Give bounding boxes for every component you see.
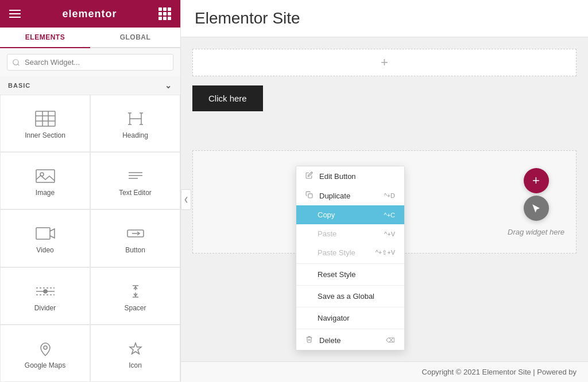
logo: elementor (62, 8, 117, 20)
spacer-icon (125, 283, 146, 299)
add-section-bar[interactable]: + (192, 49, 577, 76)
delete-icon (305, 336, 315, 345)
svg-rect-17 (36, 228, 50, 239)
widget-spacer[interactable]: Spacer (90, 267, 180, 325)
context-menu-duplicate[interactable]: Duplicate ^+D (296, 186, 404, 205)
widget-button[interactable]: Button (90, 209, 180, 267)
left-panel: elementor ELEMENTS GLOBAL BASIC ⌄ (0, 0, 181, 382)
icon-widget-icon (125, 341, 146, 357)
right-canvas: Elementor Site + Click here Edit Button (181, 0, 588, 382)
fab-add-button[interactable]: + (524, 168, 549, 193)
hamburger-menu[interactable] (9, 10, 21, 18)
widget-divider[interactable]: Divider (0, 267, 90, 325)
svg-rect-12 (36, 170, 55, 182)
widget-label-divider: Divider (34, 304, 56, 312)
widget-label-google-maps: Google Maps (25, 361, 65, 369)
svg-point-21 (44, 290, 47, 293)
text-editor-icon (125, 168, 146, 184)
context-menu: Edit Button Duplicate ^+D Copy ^+C (296, 166, 405, 350)
heading-icon (125, 111, 146, 127)
context-menu-divider-2 (296, 285, 404, 286)
context-menu-reset-style[interactable]: Reset Style (296, 265, 404, 284)
click-here-button[interactable]: Click here (192, 85, 263, 111)
context-menu-divider-4 (296, 329, 404, 329)
canvas-title: Elementor Site (181, 0, 588, 37)
context-menu-paste-style: Paste Style ^+⇧+V (296, 243, 404, 262)
context-menu-save-global[interactable]: Save as a Global (296, 287, 404, 306)
image-icon (35, 168, 56, 184)
search-bar (0, 48, 180, 76)
widget-label-inner-section: Inner Section (25, 131, 65, 139)
video-icon (35, 225, 56, 241)
svg-rect-29 (308, 194, 312, 198)
widget-video[interactable]: Video (0, 209, 90, 267)
context-menu-paste: Paste ^+V (296, 224, 404, 243)
widget-heading[interactable]: Heading (90, 95, 180, 152)
widget-inner-section[interactable]: Inner Section (0, 95, 90, 152)
google-maps-icon (35, 341, 56, 357)
widget-icon[interactable]: Icon (90, 325, 180, 382)
fab-container: + Drag widget here (508, 168, 564, 236)
inner-section-icon (35, 111, 56, 127)
tab-elements[interactable]: ELEMENTS (0, 28, 90, 48)
widgets-grid: Inner Section Heading (0, 95, 180, 382)
drag-label: Drag widget here (508, 228, 564, 236)
section-header: BASIC ⌄ (0, 76, 180, 95)
widget-image[interactable]: Image (0, 152, 90, 209)
edit-icon (305, 171, 315, 181)
panel-tabs: ELEMENTS GLOBAL (0, 28, 180, 48)
svg-point-28 (44, 346, 47, 349)
widget-label-button: Button (125, 246, 145, 254)
widget-label-icon: Icon (129, 361, 142, 369)
duplicate-icon (305, 191, 315, 200)
context-menu-delete[interactable]: Delete ⌫ (296, 330, 404, 350)
context-menu-copy[interactable]: Copy ^+C (296, 205, 404, 224)
svg-rect-0 (36, 111, 55, 126)
widget-label-heading: Heading (122, 131, 148, 139)
context-menu-divider-3 (296, 307, 404, 307)
widget-label-image: Image (36, 189, 55, 197)
canvas-footer: Copyright © 2021 Elementor Site | Powere… (181, 361, 588, 382)
add-section-icon: + (381, 55, 388, 70)
widget-label-video: Video (36, 246, 53, 254)
widget-google-maps[interactable]: Google Maps (0, 325, 90, 382)
collapse-icon[interactable]: ⌄ (165, 81, 172, 90)
panel-header: elementor (0, 0, 180, 28)
widget-label-text-editor: Text Editor (119, 189, 152, 197)
search-input[interactable] (7, 54, 173, 71)
tab-global[interactable]: GLOBAL (90, 28, 180, 47)
canvas-content: + Click here Edit Button (181, 37, 588, 361)
button-icon (125, 225, 146, 241)
context-menu-edit[interactable]: Edit Button (296, 166, 404, 186)
widget-label-spacer: Spacer (124, 304, 146, 312)
divider-icon (35, 283, 56, 299)
context-menu-navigator[interactable]: Navigator (296, 309, 404, 328)
context-menu-divider-1 (296, 263, 404, 264)
collapse-panel-handle[interactable]: ❮ (181, 189, 191, 210)
grid-apps-icon[interactable] (158, 7, 171, 20)
fab-nav-button[interactable] (524, 196, 549, 221)
widget-text-editor[interactable]: Text Editor (90, 152, 180, 209)
